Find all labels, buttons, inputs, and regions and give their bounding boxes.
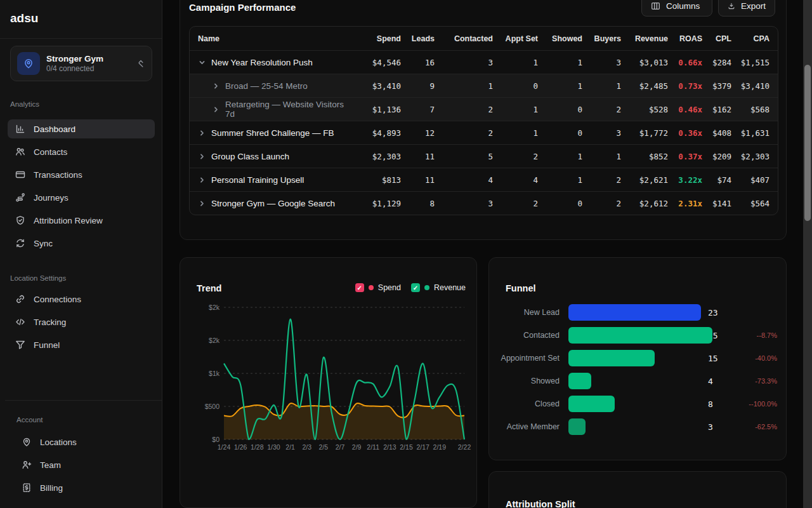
x-tick-label: 1/30: [267, 443, 280, 451]
table-row[interactable]: New Year Resolution Push $4,546 16 3 1 1…: [190, 50, 778, 74]
shield-check-icon: [15, 215, 25, 225]
sidebar-item-label: Transactions: [34, 170, 82, 180]
funnel-row: Closed 8 --100.0%: [489, 396, 786, 412]
sidebar-item-label: Connections: [34, 295, 81, 304]
cell-leads: 7: [401, 105, 435, 114]
cell-appt-set: 1: [493, 105, 538, 114]
sidebar-item-team[interactable]: Team: [14, 455, 155, 474]
campaign-table: Name Spend Leads Contacted Appt Set Show…: [189, 26, 778, 215]
y-tick-label: $2k: [209, 337, 219, 344]
trend-title: Trend: [197, 283, 221, 293]
legend-toggle-spend[interactable]: ✓ Spend: [355, 283, 401, 292]
cell-cpl: $408: [702, 128, 731, 138]
divider: [0, 38, 162, 39]
export-button[interactable]: Export: [718, 0, 775, 17]
sidebar-item-sync[interactable]: Sync: [8, 234, 155, 253]
location-selector[interactable]: Stronger Gym 0/4 connected: [10, 46, 152, 81]
cell-buyers: 3: [582, 128, 621, 138]
cell-spend: $2,303: [350, 152, 401, 161]
checkbox-checked-icon[interactable]: ✓: [411, 283, 420, 292]
cell-leads: 11: [401, 152, 435, 161]
cell-spend: $1,136: [350, 105, 401, 114]
funnel-stage-label: Appointment Set: [489, 354, 560, 363]
x-tick-label: 1/28: [251, 443, 263, 451]
chevron-right-icon[interactable]: [198, 176, 206, 184]
chevron-right-icon[interactable]: [212, 82, 219, 90]
cell-appt-set: 2: [493, 152, 538, 161]
columns-button-label: Columns: [666, 1, 700, 11]
sidebar-item-label: Team: [40, 460, 61, 470]
cell-revenue: $2,621: [621, 175, 668, 185]
table-row[interactable]: Summer Shred Challenge — FB $4,893 12 2 …: [190, 121, 778, 144]
table-row[interactable]: Group Class Launch $2,303 11 5 2 1 1 $85…: [190, 144, 778, 168]
col-appt-set: Appt Set: [493, 34, 538, 43]
sidebar-item-billing[interactable]: Billing: [14, 478, 155, 497]
sidebar-item-funnel[interactable]: Funnel: [8, 335, 155, 354]
sidebar-item-journeys[interactable]: Journeys: [8, 188, 155, 207]
sidebar-item-contacts[interactable]: Contacts: [8, 142, 155, 161]
table-header-row: Name Spend Leads Contacted Appt Set Show…: [190, 27, 778, 50]
sidebar-item-locations[interactable]: Locations: [14, 432, 155, 451]
chevron-right-icon[interactable]: [198, 152, 206, 160]
sidebar-item-tracking[interactable]: Tracking: [8, 312, 155, 331]
cell-contacted: 3: [435, 199, 493, 208]
table-row[interactable]: Retargeting — Website Visitors 7d $1,136…: [190, 97, 778, 121]
cell-cpa: $1,631: [731, 128, 769, 138]
billing-icon: [22, 483, 32, 493]
cell-leads: 12: [401, 128, 435, 138]
chevron-right-icon[interactable]: [198, 129, 206, 137]
chevron-right-icon[interactable]: [212, 105, 219, 113]
cell-spend: $3,410: [350, 81, 401, 91]
table-row[interactable]: Personal Training Upsell $813 11 4 4 1 2…: [190, 168, 778, 191]
cell-roas: 2.31x: [668, 199, 702, 208]
scrollbar-thumb[interactable]: [804, 65, 811, 221]
funnel-bar: [568, 327, 712, 344]
location-status: 0/4 connected: [46, 64, 103, 74]
legend-toggle-revenue[interactable]: ✓ Revenue: [411, 283, 466, 292]
sidebar-item-transactions[interactable]: Transactions: [8, 165, 155, 184]
cell-cpa: $2,303: [731, 152, 769, 161]
cell-buyers: 1: [582, 81, 621, 91]
col-contacted: Contacted: [435, 34, 493, 43]
col-cpa: CPA: [731, 34, 769, 43]
cell-appt-set: 4: [493, 175, 538, 185]
cell-revenue: $3,013: [621, 58, 668, 67]
col-name: Name: [190, 34, 350, 43]
table-row[interactable]: Stronger Gym — Google Search $1,129 8 3 …: [190, 191, 778, 215]
y-tick-label: $500: [205, 403, 219, 410]
trend-line-chart: [224, 307, 464, 439]
chevron-right-icon[interactable]: [198, 199, 206, 207]
unfold-icon: [136, 59, 145, 68]
funnel-bar: [568, 350, 655, 366]
attribution-split-card: Attribution Split: [488, 471, 787, 508]
funnel-stage-change: --8.7%: [726, 331, 777, 339]
x-tick-label: 2/17: [416, 443, 429, 451]
table-row[interactable]: Broad — 25-54 Metro $3,410 9 1 0 1 1 $2,…: [190, 74, 778, 97]
users-icon: [15, 147, 25, 157]
cell-revenue: $1,772: [621, 128, 668, 138]
columns-button[interactable]: Columns: [641, 0, 712, 17]
col-cpl: CPL: [702, 34, 731, 43]
sidebar-item-label: Billing: [40, 483, 63, 493]
sidebar-item-dashboard[interactable]: Dashboard: [8, 119, 155, 138]
funnel-row: Contacted 25 --8.7%: [489, 327, 786, 344]
funnel-stage-value: 15: [708, 354, 718, 363]
sidebar-item-label: Locations: [40, 438, 77, 447]
sidebar-item-connections[interactable]: Connections: [8, 290, 155, 309]
x-tick-label: 2/19: [433, 443, 446, 451]
campaign-name: Summer Shred Challenge — FB: [211, 128, 334, 138]
section-label-location-settings: Location Settings: [10, 274, 66, 282]
sidebar-item-label: Dashboard: [34, 124, 75, 134]
download-icon: [728, 1, 735, 11]
app-logo: adsu: [10, 11, 38, 25]
x-tick-label: 2/5: [318, 443, 328, 451]
col-revenue: Revenue: [621, 34, 668, 43]
chevron-down-icon[interactable]: [198, 58, 206, 66]
cell-appt-set: 1: [493, 58, 538, 67]
checkbox-checked-icon[interactable]: ✓: [355, 283, 364, 292]
funnel-bar: [568, 396, 615, 412]
cell-buyers: 3: [582, 58, 621, 67]
sidebar-item-attribution-review[interactable]: Attribution Review: [8, 211, 155, 230]
scrollbar-track[interactable]: [803, 0, 812, 508]
sidebar-item-label: Funnel: [34, 340, 60, 350]
